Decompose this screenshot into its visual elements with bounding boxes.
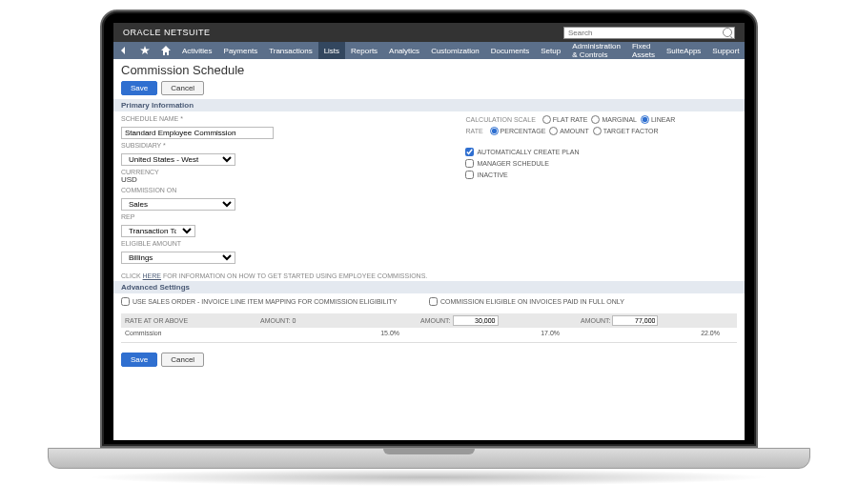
tier-row-header: RATE AT OR ABOVE: [121, 313, 256, 328]
paid-in-full-label: COMMISSION ELIGIBLE ON INVOICES PAID IN …: [440, 298, 624, 305]
global-search-input[interactable]: [563, 27, 735, 39]
calc-scale-linear[interactable]: [641, 115, 649, 124]
section-advanced-header: Advanced Settings: [113, 281, 745, 293]
currency-label: CURRENCY: [121, 169, 446, 175]
menu-item-fixed-assets[interactable]: Fixed Assets: [626, 42, 661, 59]
brand-logo: ORACLE NETSUITE: [123, 28, 211, 37]
search-icon[interactable]: [723, 28, 732, 37]
subsidiary-label: SUBSIDIARY: [121, 142, 446, 149]
help-text: CLICK HERE FOR INFORMATION ON HOW TO GET…: [113, 271, 745, 281]
inactive-label: INACTIVE: [477, 171, 507, 178]
calc-scale-marginal[interactable]: [591, 115, 600, 124]
main-menu: Activities Payments Transactions Lists R…: [113, 42, 745, 59]
help-link[interactable]: HERE: [143, 272, 161, 279]
menu-item-transactions[interactable]: Transactions: [263, 42, 318, 59]
calc-scale-label: CALCULATION SCALE: [465, 116, 535, 123]
menu-back-icon[interactable]: [113, 42, 134, 59]
section-primary-header: Primary Information: [113, 99, 745, 111]
menu-item-analytics[interactable]: Analytics: [383, 42, 425, 59]
paid-in-full-checkbox[interactable]: [429, 297, 438, 306]
schedule-name-label: SCHEDULE NAME: [121, 115, 446, 122]
rate-amount[interactable]: [549, 127, 558, 135]
menu-item-customization[interactable]: Customization: [425, 42, 485, 59]
rate-target-factor[interactable]: [593, 127, 602, 135]
eligible-label: ELIGIBLE AMOUNT: [121, 240, 446, 247]
menu-item-support[interactable]: Support: [706, 42, 745, 59]
auto-plan-label: AUTOMATICALLY CREATE PLAN: [477, 149, 579, 155]
tier-row-label: Commission: [121, 328, 256, 338]
commission-on-label: COMMISSION ON: [121, 187, 446, 193]
menu-item-admin[interactable]: Administration & Controls: [566, 42, 626, 59]
page-title: Commission Schedule: [113, 59, 745, 79]
calc-scale-flat[interactable]: [542, 115, 551, 124]
menu-item-suiteapps[interactable]: SuiteApps: [661, 42, 706, 59]
menu-home-icon[interactable]: [155, 42, 176, 59]
mgr-schedule-checkbox[interactable]: [465, 159, 474, 168]
menu-item-setup[interactable]: Setup: [535, 42, 566, 59]
save-button[interactable]: Save: [121, 81, 157, 95]
save-button-bottom[interactable]: Save: [121, 353, 157, 367]
menu-item-reports[interactable]: Reports: [345, 42, 383, 59]
cancel-button-bottom[interactable]: Cancel: [161, 353, 204, 367]
menu-item-activities[interactable]: Activities: [176, 42, 218, 59]
rate-label: RATE: [465, 128, 482, 134]
currency-value: USD: [121, 175, 446, 184]
tier-rate-1: 15.0%: [256, 328, 417, 338]
schedule-name-input[interactable]: [121, 127, 274, 139]
menu-item-payments[interactable]: Payments: [218, 42, 264, 59]
use-sales-order-label: USE SALES ORDER - INVOICE LINE ITEM MAPP…: [133, 298, 397, 305]
menu-star-icon[interactable]: [134, 42, 155, 59]
rep-label: REP: [121, 213, 446, 220]
menu-item-documents[interactable]: Documents: [485, 42, 535, 59]
menu-item-lists[interactable]: Lists: [318, 42, 345, 59]
tier-amount-3-input[interactable]: [612, 315, 658, 326]
tier-rate-3: 22.0%: [577, 328, 737, 338]
tier-rate-2: 17.0%: [417, 328, 577, 338]
use-sales-order-checkbox[interactable]: [121, 297, 130, 306]
subsidiary-select[interactable]: United States - West: [121, 153, 235, 166]
commission-on-select[interactable]: Sales: [121, 198, 235, 211]
inactive-checkbox[interactable]: [465, 171, 474, 179]
tier-amount-2-input[interactable]: [453, 315, 499, 326]
tiers-table: RATE AT OR ABOVE AMOUNT: 0 AMOUNT: AMOUN…: [121, 313, 737, 338]
rate-percentage[interactable]: [490, 127, 499, 135]
eligible-select[interactable]: Billings: [121, 252, 235, 264]
cancel-button[interactable]: Cancel: [161, 81, 204, 95]
rep-select[interactable]: Transaction Total: [121, 225, 195, 237]
auto-plan-checkbox[interactable]: [465, 148, 474, 156]
mgr-schedule-label: MANAGER SCHEDULE: [477, 160, 548, 167]
